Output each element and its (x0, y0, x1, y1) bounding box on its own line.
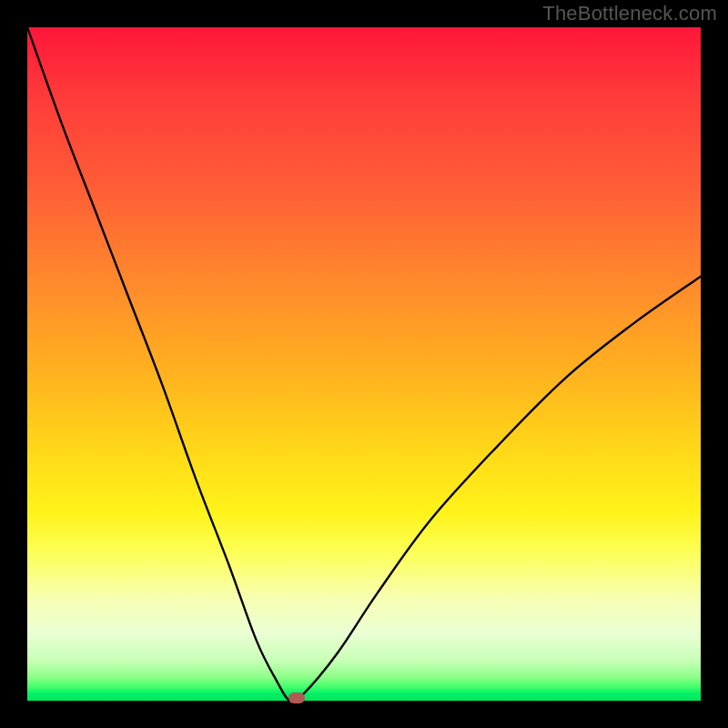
chart-frame: TheBottleneck.com (0, 0, 728, 728)
plot-area (27, 27, 701, 701)
bottleneck-curve (27, 27, 701, 701)
watermark-text: TheBottleneck.com (542, 2, 717, 25)
optimal-point-marker (288, 693, 305, 703)
